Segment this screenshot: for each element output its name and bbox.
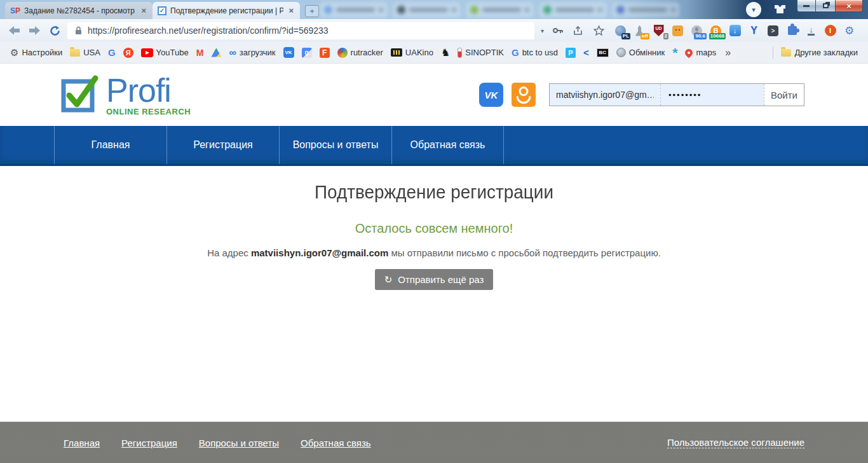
bookmark-settings[interactable]: ⚙Настройки	[6, 45, 66, 60]
restore-button[interactable]	[816, 0, 835, 12]
download-manager-button[interactable]: ↓	[804, 24, 818, 38]
bookmark-translate[interactable]: g	[298, 46, 316, 60]
bookmark-f[interactable]: F	[316, 46, 334, 60]
profile-menu-button[interactable]: ▾	[746, 2, 761, 17]
sp-favicon: SP	[10, 6, 20, 15]
tab-title: Задание №2782454 - просмотр з	[24, 6, 136, 15]
off-badge: off	[641, 33, 649, 39]
share-button[interactable]	[571, 23, 586, 38]
email-field[interactable]	[550, 84, 660, 106]
vk-login-button[interactable]: VK	[479, 83, 503, 107]
thermometer-icon	[458, 48, 462, 58]
bookmark-uakino[interactable]: UAKino	[387, 46, 437, 59]
puzzle-extension-button[interactable]	[785, 24, 799, 38]
bookmark-chess[interactable]: ♞	[437, 45, 454, 60]
footer-link-registration[interactable]: Регистрация	[121, 438, 177, 448]
shield-extension-button[interactable]: UD2	[652, 24, 665, 38]
footer-link-faq[interactable]: Вопросы и ответы	[199, 438, 279, 448]
password-field[interactable]	[661, 84, 764, 106]
bookmark-drive[interactable]	[207, 46, 225, 59]
refresh-icon: ↻	[384, 275, 393, 284]
blurred-tab[interactable]	[320, 3, 387, 17]
window-controls: ×	[797, 0, 863, 12]
new-tab-button[interactable]: +	[305, 5, 319, 17]
bookmark-gmail[interactable]: M	[193, 46, 208, 60]
bookmark-label: загрузчик	[240, 48, 276, 57]
nav-item-feedback[interactable]: Обратная связь	[391, 126, 504, 164]
header-login-area: VK Войти	[479, 83, 804, 107]
nav-item-home[interactable]: Главная	[54, 126, 166, 164]
bookmark-maps[interactable]: maps	[681, 46, 720, 59]
back-button[interactable]	[6, 23, 22, 38]
bookmark-chevron[interactable]: <	[580, 45, 593, 60]
folder-icon	[70, 49, 80, 57]
tab-task[interactable]: SP Задание №2782454 - просмотр з ×	[5, 2, 153, 19]
bookmark-rutracker[interactable]: rutracker	[334, 46, 387, 60]
bookmark-youtube[interactable]: YouTube	[137, 46, 193, 59]
resend-email-button[interactable]: ↻ Отправить ещё раз	[375, 269, 494, 290]
bookmark-label: UAKino	[405, 48, 433, 57]
bookmark-p[interactable]: P	[562, 46, 580, 60]
bookmark-btc-usd[interactable]: Gbtc to usd	[508, 45, 562, 60]
blurred-tab[interactable]	[539, 3, 606, 17]
bookmark-sinoptik[interactable]: SINOPTIK	[454, 46, 508, 60]
shield-badge: 2	[663, 33, 668, 39]
user-email: matviishyn.igor07@gmail.com	[251, 247, 388, 258]
other-bookmarks-button[interactable]: Другие закладки	[777, 46, 862, 59]
chevron-left-icon: <	[583, 47, 589, 58]
sidebar-extension-button[interactable]: >	[766, 24, 780, 38]
address-bar[interactable]: https://profiresearch.net/user/registrat…	[67, 22, 534, 39]
bookmark-folder-usa[interactable]: USA	[66, 46, 104, 59]
face-extension-button[interactable]	[671, 24, 684, 38]
bookmark-label: YouTube	[156, 48, 189, 57]
autofill-dropdown-icon[interactable]: ▾	[539, 27, 545, 34]
footer-link-feedback[interactable]: Обратная связь	[301, 438, 371, 448]
footer-link-agreement[interactable]: Пользовательское соглашение	[667, 437, 804, 448]
info-extension-button[interactable]: I	[824, 24, 837, 38]
profi-favicon: ✓	[158, 6, 166, 15]
bookmark-downloader[interactable]: ∞загрузчик	[225, 45, 279, 60]
bookmarks-overflow-button[interactable]: »	[720, 47, 736, 59]
lock-icon	[75, 26, 82, 35]
tab-confirmation[interactable]: ✓ Подтверждение регистрации | Pr ×	[153, 2, 300, 19]
proxy-badge: PL	[621, 33, 630, 39]
yandex-extension-button[interactable]: Y	[747, 24, 761, 38]
downloader-extension-button[interactable]: ↓	[728, 24, 742, 38]
message-prefix: На адрес	[207, 247, 251, 258]
proxy-extension-button[interactable]: PL	[614, 24, 627, 38]
bookmarks-separator	[773, 46, 773, 59]
tab-close-icon[interactable]: ×	[287, 6, 295, 15]
login-button[interactable]: Войти	[764, 84, 804, 106]
blurred-tab[interactable]	[393, 3, 460, 17]
nav-item-registration[interactable]: Регистрация	[166, 126, 279, 164]
blocker-extension-button[interactable]: off	[633, 24, 646, 38]
settings-extension-button[interactable]: ⚙	[843, 24, 856, 38]
bookmark-exchange[interactable]: Обмінник	[613, 46, 668, 59]
bookmark-star-button[interactable]	[591, 23, 606, 38]
download-icon: ↓	[808, 26, 815, 36]
bookmark-vk[interactable]: VK	[280, 45, 298, 60]
nav-item-faq[interactable]: Вопросы и ответы	[279, 126, 391, 164]
reload-button[interactable]	[47, 23, 62, 38]
blurred-tab[interactable]	[466, 3, 533, 17]
blurred-tab[interactable]	[613, 3, 679, 17]
bookmark-google[interactable]: G	[104, 45, 119, 60]
puzzle-icon	[788, 26, 797, 35]
profi-logo[interactable]: Profi ONLINE RESEARCH	[60, 74, 191, 116]
password-key-button[interactable]	[550, 23, 566, 38]
forward-button[interactable]	[27, 23, 42, 38]
ok-login-button[interactable]	[512, 83, 536, 107]
footer-link-home[interactable]: Главная	[64, 438, 100, 448]
tab-close-icon[interactable]: ×	[140, 6, 147, 15]
close-button[interactable]: ×	[835, 0, 863, 12]
bookmark-kyivstar[interactable]: *	[668, 47, 681, 59]
url-text: https://profiresearch.net/user/registrat…	[88, 25, 329, 36]
minimize-button[interactable]	[797, 0, 816, 12]
page-subtitle: Осталось совсем немного!	[0, 221, 868, 236]
bookmark-yandex[interactable]: Я	[119, 46, 137, 60]
google-icon: G	[512, 47, 519, 58]
info-icon: I	[825, 25, 836, 36]
btc-extension-button[interactable]: B10668	[709, 24, 722, 38]
rating-extension-button[interactable]: 90.6	[690, 24, 703, 38]
bookmark-bc[interactable]: BC	[593, 46, 613, 59]
